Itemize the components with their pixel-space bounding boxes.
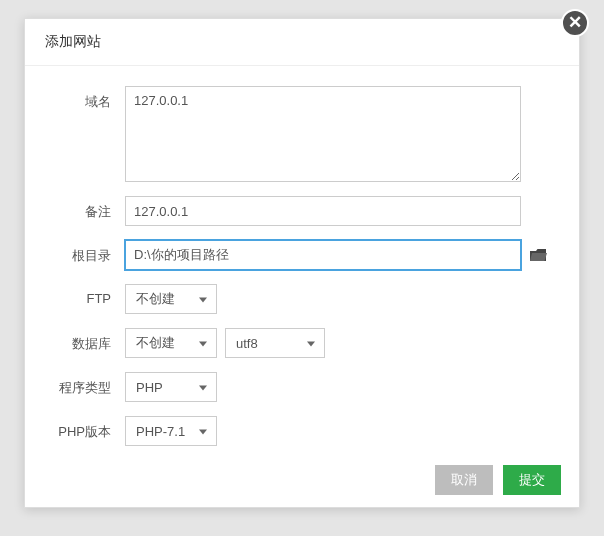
dialog-title: 添加网站 (25, 19, 579, 66)
ftp-select[interactable]: 不创建 (125, 284, 217, 314)
submit-button[interactable]: 提交 (503, 465, 561, 495)
program-type-select[interactable]: PHP (125, 372, 217, 402)
database-select[interactable]: 不创建 (125, 328, 217, 358)
domain-input[interactable]: 127.0.0.1 (125, 86, 521, 182)
note-input[interactable] (125, 196, 521, 226)
dialog-footer: 取消 提交 (417, 453, 579, 507)
row-root: 根目录 (53, 240, 551, 270)
cancel-button[interactable]: 取消 (435, 465, 493, 495)
php-version-label: PHP版本 (53, 416, 125, 441)
row-php-version: PHP版本 PHP-7.1 (53, 416, 551, 446)
close-button[interactable]: ✕ (561, 9, 589, 37)
folder-icon[interactable] (529, 248, 547, 262)
row-note: 备注 (53, 196, 551, 226)
row-ftp: FTP 不创建 (53, 284, 551, 314)
row-domain: 域名 127.0.0.1 (53, 86, 551, 182)
dialog-body: 域名 127.0.0.1 备注 根目录 (25, 66, 579, 470)
domain-label: 域名 (53, 86, 125, 111)
program-type-label: 程序类型 (53, 372, 125, 397)
root-label: 根目录 (53, 240, 125, 265)
php-version-select[interactable]: PHP-7.1 (125, 416, 217, 446)
ftp-label: FTP (53, 284, 125, 306)
root-input[interactable] (125, 240, 521, 270)
row-database: 数据库 不创建 utf8 (53, 328, 551, 358)
database-label: 数据库 (53, 328, 125, 353)
row-program-type: 程序类型 PHP (53, 372, 551, 402)
note-label: 备注 (53, 196, 125, 221)
charset-select[interactable]: utf8 (225, 328, 325, 358)
add-site-dialog: ✕ 添加网站 域名 127.0.0.1 备注 根目录 (24, 18, 580, 508)
